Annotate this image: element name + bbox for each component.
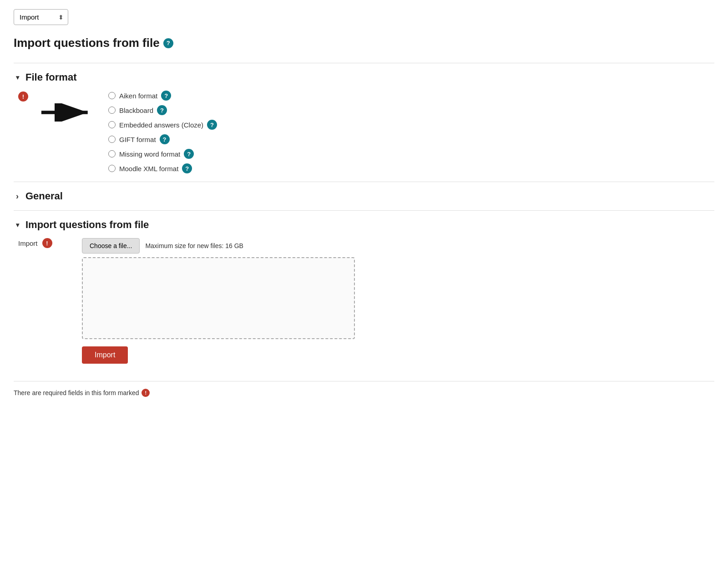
file-upload-top: Choose a file... Maximum size for new fi… <box>82 238 355 254</box>
choose-file-button[interactable]: Choose a file... <box>82 238 140 254</box>
aiken-help-icon[interactable]: ? <box>161 91 171 101</box>
page-title-text: Import questions from file <box>14 36 160 50</box>
import-file-section-header[interactable]: ▾ Import questions from file <box>14 219 714 231</box>
import-label-area: Import ! <box>18 238 73 248</box>
arrow-container <box>41 91 96 122</box>
aiken-label[interactable]: Aiken format <box>119 92 157 100</box>
blackboard-arrow-icon <box>41 103 96 122</box>
missing-label[interactable]: Missing word format <box>119 150 180 158</box>
moodle-radio[interactable] <box>108 165 116 172</box>
format-radio-group: Aiken format ? Blackboard ? Embedded ans… <box>108 91 217 173</box>
file-format-error-col: ! <box>18 91 28 102</box>
aiken-radio[interactable] <box>108 92 116 99</box>
file-format-content: ! Aiken format ? Blackboard <box>14 91 714 173</box>
aiken-format-option: Aiken format ? <box>108 91 217 101</box>
embedded-radio[interactable] <box>108 121 116 128</box>
import-button[interactable]: Import <box>82 346 128 364</box>
file-format-error-icon: ! <box>18 91 28 102</box>
file-format-section: ▾ File format ! Aiken format ? <box>14 63 714 182</box>
gift-label[interactable]: GIFT format <box>119 136 156 143</box>
blackboard-format-option: Blackboard ? <box>108 105 217 115</box>
general-section: › General <box>14 182 714 210</box>
blackboard-label[interactable]: Blackboard <box>119 107 153 114</box>
missing-format-option: Missing word format ? <box>108 149 217 159</box>
bottom-note: There are required fields in this form m… <box>14 381 714 397</box>
missing-radio[interactable] <box>108 150 116 157</box>
page-title: Import questions from file ? <box>14 36 714 50</box>
moodle-format-option: Moodle XML format ? <box>108 163 217 173</box>
bottom-note-text: There are required fields in this form m… <box>14 389 139 396</box>
file-format-section-header[interactable]: ▾ File format <box>14 71 714 83</box>
moodle-label[interactable]: Moodle XML format <box>119 165 178 173</box>
file-drop-zone[interactable] <box>82 257 355 339</box>
general-section-header[interactable]: › General <box>14 190 714 202</box>
file-format-title: File format <box>25 71 76 83</box>
import-file-section: ▾ Import questions from file Import ! Ch… <box>14 210 714 372</box>
embedded-label[interactable]: Embedded answers (Cloze) <box>119 121 203 129</box>
embedded-help-icon[interactable]: ? <box>207 120 217 130</box>
embedded-format-option: Embedded answers (Cloze) ? <box>108 120 217 130</box>
page-title-help-icon[interactable]: ? <box>163 38 173 48</box>
import-file-content: Import ! Choose a file... Maximum size f… <box>14 238 714 364</box>
import-label: Import <box>18 239 38 247</box>
blackboard-radio[interactable] <box>108 107 116 114</box>
gift-radio[interactable] <box>108 136 116 143</box>
action-select[interactable]: Import Export <box>14 9 68 25</box>
file-upload-area: Choose a file... Maximum size for new fi… <box>82 238 355 364</box>
import-file-chevron: ▾ <box>14 221 21 229</box>
gift-format-option: GIFT format ? <box>108 134 217 144</box>
blackboard-help-icon[interactable]: ? <box>157 105 167 115</box>
bottom-note-error-icon: ! <box>142 389 150 397</box>
general-title: General <box>25 190 63 202</box>
missing-help-icon[interactable]: ? <box>184 149 194 159</box>
gift-help-icon[interactable]: ? <box>160 134 170 144</box>
moodle-help-icon[interactable]: ? <box>182 163 192 173</box>
file-format-chevron: ▾ <box>14 74 21 81</box>
import-file-title: Import questions from file <box>25 219 149 231</box>
import-select-wrapper: Import Export ⬍ <box>14 9 68 25</box>
import-error-icon: ! <box>42 238 52 248</box>
general-chevron: › <box>14 192 21 201</box>
max-size-text: Maximum size for new files: 16 GB <box>145 242 243 249</box>
